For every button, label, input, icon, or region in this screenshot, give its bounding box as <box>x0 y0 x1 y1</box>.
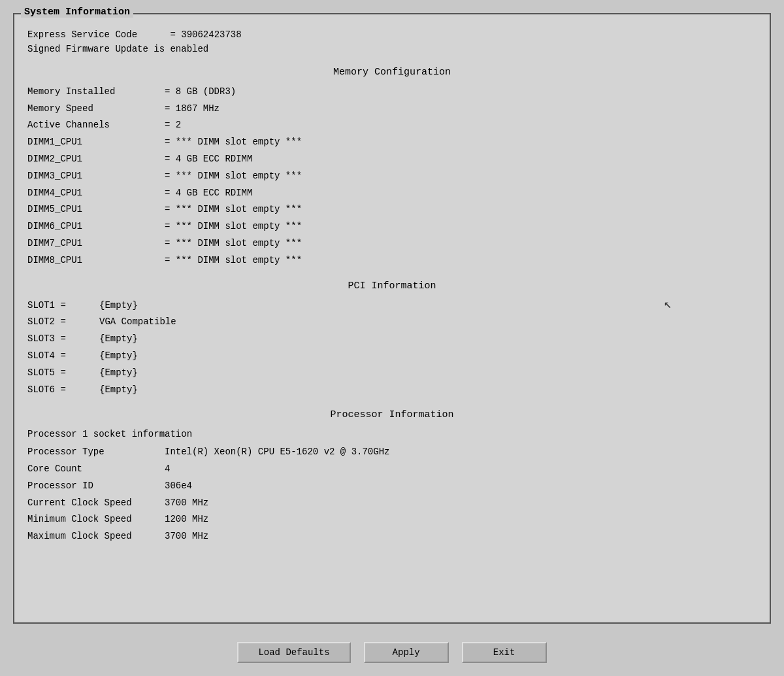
maximum-clock-speed-value: 3700 MHz <box>165 529 757 545</box>
dimm8-value: = *** DIMM slot empty *** <box>165 253 757 269</box>
header-info: Express Service Code = 39062423738 Signe… <box>27 27 757 57</box>
system-info-box: System Information Express Service Code … <box>13 13 771 624</box>
dimm3-label: DIMM3_CPU1 <box>27 169 158 184</box>
memory-speed-label: Memory Speed <box>27 101 158 117</box>
slot1-label: SLOT1 = <box>27 298 93 314</box>
core-count-value: 4 <box>165 462 757 477</box>
content-area: Express Service Code = 39062423738 Signe… <box>24 27 760 545</box>
apply-button[interactable]: Apply <box>364 642 449 663</box>
express-service-code-line: Express Service Code = 39062423738 <box>27 27 757 42</box>
processor-type-label: Processor Type <box>27 445 158 460</box>
exit-button[interactable]: Exit <box>462 642 547 663</box>
firmware-update-line: Signed Firmware Update is enabled <box>27 42 757 56</box>
memory-section-title: Memory Configuration <box>27 67 757 78</box>
active-channels-label: Active Channels <box>27 118 158 133</box>
processor-id-value: 306e4 <box>165 479 757 494</box>
dimm7-value: = *** DIMM slot empty *** <box>165 236 757 252</box>
processor-id-label: Processor ID <box>27 479 158 494</box>
processor-section-title: Processor Information <box>27 409 757 420</box>
outer-container: System Information Express Service Code … <box>0 0 784 676</box>
slot2-label: SLOT2 = <box>27 314 93 330</box>
slot3-label: SLOT3 = <box>27 331 93 347</box>
dimm2-value: = 4 GB ECC RDIMM <box>165 152 757 167</box>
slot2-value: VGA Compatible <box>99 314 757 330</box>
express-service-code-value: = 39062423738 <box>170 29 241 40</box>
slot6-value: {Empty} <box>99 382 757 398</box>
memory-installed-label: Memory Installed <box>27 84 158 100</box>
slot5-value: {Empty} <box>99 365 757 381</box>
express-service-code-label: Express Service Code <box>27 29 137 40</box>
dimm8-label: DIMM8_CPU1 <box>27 253 158 269</box>
maximum-clock-speed-label: Maximum Clock Speed <box>27 529 158 545</box>
current-clock-speed-value: 3700 MHz <box>165 496 757 511</box>
dimm4-label: DIMM4_CPU1 <box>27 186 158 201</box>
system-info-title: System Information <box>21 7 133 18</box>
minimum-clock-speed-label: Minimum Clock Speed <box>27 512 158 528</box>
dimm5-value: = *** DIMM slot empty *** <box>165 202 757 218</box>
dimm1-value: = *** DIMM slot empty *** <box>165 135 757 150</box>
dimm5-label: DIMM5_CPU1 <box>27 202 158 218</box>
dimm1-label: DIMM1_CPU1 <box>27 135 158 150</box>
processor-type-value: Intel(R) Xeon(R) CPU E5-1620 v2 @ 3.70GH… <box>165 445 757 460</box>
processor-info-grid: Processor Type Intel(R) Xeon(R) CPU E5-1… <box>27 445 757 545</box>
current-clock-speed-label: Current Clock Speed <box>27 496 158 511</box>
slot1-value: {Empty} <box>99 298 757 314</box>
dimm2-label: DIMM2_CPU1 <box>27 152 158 167</box>
slot4-value: {Empty} <box>99 348 757 364</box>
load-defaults-button[interactable]: Load Defaults <box>237 642 350 663</box>
core-count-label: Core Count <box>27 462 158 477</box>
processor-socket-info: Processor 1 socket information <box>27 427 757 443</box>
minimum-clock-speed-value: 1200 MHz <box>165 512 757 528</box>
slot4-label: SLOT4 = <box>27 348 93 364</box>
memory-speed-value: = 1867 MHz <box>165 101 757 117</box>
dimm4-value: = 4 GB ECC RDIMM <box>165 186 757 201</box>
pci-info-grid: SLOT1 = {Empty} SLOT2 = VGA Compatible S… <box>27 298 757 398</box>
dimm7-label: DIMM7_CPU1 <box>27 236 158 252</box>
bottom-buttons: Load Defaults Apply Exit <box>0 642 784 663</box>
slot5-label: SLOT5 = <box>27 365 93 381</box>
memory-installed-value: = 8 GB (DDR3) <box>165 84 757 100</box>
slot6-label: SLOT6 = <box>27 382 93 398</box>
slot3-value: {Empty} <box>99 331 757 347</box>
memory-info-grid: Memory Installed = 8 GB (DDR3) Memory Sp… <box>27 84 757 269</box>
dimm3-value: = *** DIMM slot empty *** <box>165 169 757 184</box>
dimm6-value: = *** DIMM slot empty *** <box>165 219 757 235</box>
dimm6-label: DIMM6_CPU1 <box>27 219 158 235</box>
pci-section-title: PCI Information <box>27 280 757 292</box>
active-channels-value: = 2 <box>165 118 757 133</box>
